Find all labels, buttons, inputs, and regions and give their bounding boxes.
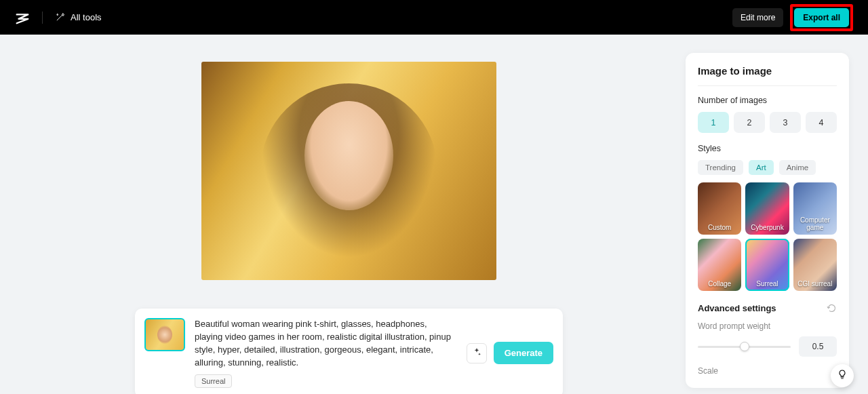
main-area: Beautiful woman wearing pink t-shirt, gl… <box>0 35 868 394</box>
style-cyberpunk[interactable]: Cyberpunk <box>745 182 789 235</box>
lightbulb-icon <box>837 369 848 382</box>
header-right: Edit more Export all <box>732 4 853 31</box>
word-prompt-weight-slider-row: 0.5 <box>698 336 837 357</box>
prompt-body: Beautiful woman wearing pink t-shirt, gl… <box>195 318 453 388</box>
generate-button[interactable]: Generate <box>494 342 553 364</box>
style-surreal[interactable]: Surreal <box>745 239 789 291</box>
magic-wand-icon <box>55 12 65 22</box>
style-label: CGI surreal <box>797 280 832 288</box>
number-of-images-label: Number of images <box>698 96 837 105</box>
number-option-1[interactable]: 1 <box>698 112 729 133</box>
all-tools-button[interactable]: All tools <box>55 12 102 22</box>
help-button[interactable] <box>831 364 854 387</box>
tab-anime[interactable]: Anime <box>779 160 816 175</box>
style-computer-game[interactable]: Computer game <box>793 182 837 235</box>
export-highlight: Export all <box>790 4 853 31</box>
generated-image[interactable] <box>201 62 496 280</box>
style-cgi-surreal[interactable]: CGI surreal <box>793 239 837 291</box>
style-label: Computer game <box>793 216 837 231</box>
settings-panel: Image to image Number of images 1 2 3 4 … <box>686 53 849 388</box>
app-header: All tools Edit more Export all <box>0 0 868 35</box>
style-label: Collage <box>708 280 731 288</box>
scale-label: Scale <box>698 366 837 376</box>
logo-icon[interactable] <box>15 10 30 25</box>
word-prompt-weight-slider[interactable] <box>698 346 791 348</box>
number-option-4[interactable]: 4 <box>806 112 837 133</box>
export-all-button[interactable]: Export all <box>794 8 849 27</box>
number-options: 1 2 3 4 <box>698 112 837 133</box>
sparkle-icon <box>471 347 482 360</box>
panel-title: Image to image <box>698 65 837 86</box>
all-tools-label: All tools <box>71 12 102 22</box>
style-label: Custom <box>708 224 731 231</box>
prompt-text[interactable]: Beautiful woman wearing pink t-shirt, gl… <box>195 318 453 369</box>
word-prompt-weight-label: Word prompt weight <box>698 321 837 331</box>
style-grid: Custom Cyberpunk Computer game Collage S… <box>698 182 837 291</box>
number-option-2[interactable]: 2 <box>734 112 765 133</box>
header-left: All tools <box>15 10 102 25</box>
advanced-settings-label: Advanced settings <box>698 303 776 313</box>
style-tabs: Trending Art Anime <box>698 160 837 175</box>
style-label: Cyberpunk <box>751 224 783 231</box>
number-option-3[interactable]: 3 <box>770 112 801 133</box>
slider-handle[interactable] <box>740 342 749 351</box>
advanced-settings-row: Advanced settings <box>698 303 837 313</box>
prompt-actions: Generate <box>467 342 553 364</box>
header-divider <box>42 12 43 24</box>
style-collage[interactable]: Collage <box>698 239 741 291</box>
styles-label: Styles <box>698 144 837 153</box>
tab-trending[interactable]: Trending <box>698 160 743 175</box>
enhance-prompt-button[interactable] <box>467 343 487 363</box>
style-label: Surreal <box>756 280 778 288</box>
edit-more-button[interactable]: Edit more <box>732 8 783 27</box>
style-custom[interactable]: Custom <box>698 182 741 235</box>
tab-art[interactable]: Art <box>749 160 774 175</box>
prompt-card: Beautiful woman wearing pink t-shirt, gl… <box>135 309 563 394</box>
word-prompt-weight-value[interactable]: 0.5 <box>799 336 837 357</box>
prompt-thumbnail[interactable] <box>144 318 185 351</box>
prompt-style-tag[interactable]: Surreal <box>195 374 232 388</box>
canvas-area: Beautiful woman wearing pink t-shirt, gl… <box>0 35 686 394</box>
reset-icon[interactable] <box>827 303 837 313</box>
